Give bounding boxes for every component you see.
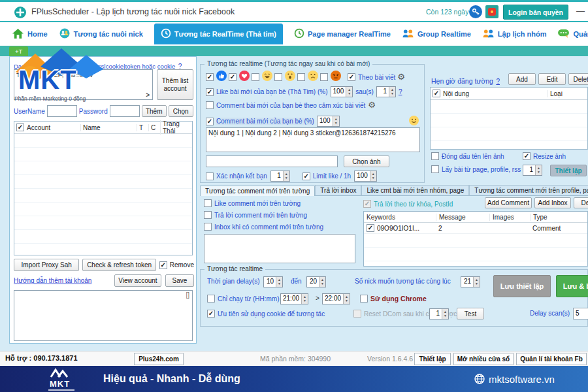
- key-icon[interactable]: [469, 5, 482, 18]
- reaction-haha-checkbox[interactable]: [252, 71, 272, 84]
- stamp-name-checkbox[interactable]: Đóng dấu tên lên ảnh: [431, 152, 504, 160]
- keywords-table-body[interactable]: [364, 234, 587, 266]
- token-expand-arrow[interactable]: >: [146, 91, 150, 99]
- like-help-link[interactable]: ?: [399, 88, 402, 95]
- confirm-friend-checkbox[interactable]: Xác nhận kết bạn: [206, 172, 267, 180]
- manage-fb-accounts-button[interactable]: Quản lí tài khoản Fb: [516, 353, 587, 365]
- view-account-button[interactable]: View account: [114, 274, 161, 287]
- reaction-wow-icon: [285, 71, 295, 84]
- like-comment-wall-checkbox[interactable]: Like comment mới trên tường: [204, 199, 301, 207]
- emoji-picker-icon[interactable]: [409, 116, 419, 128]
- tab-tuong-tac-realtime[interactable]: Tương tác RealTime (Thả tim): [154, 24, 283, 44]
- comment-percent-stepper[interactable]: 100▲▼: [317, 116, 340, 127]
- resize-image-checkbox[interactable]: ✓ Resize ảnh: [523, 152, 566, 160]
- status-setup-button[interactable]: Thiết lập: [414, 353, 451, 365]
- tab-group-realtime[interactable]: Group Realtime: [402, 29, 471, 40]
- tab-quan-li-inbox[interactable]: Quản lí Inbox C: [557, 29, 588, 40]
- comment-new-posts-checkbox[interactable]: ✓ Comment bài mới của bạn bè (%): [206, 118, 314, 125]
- reaction-angry-checkbox[interactable]: [320, 71, 341, 84]
- minimize-button[interactable]: —: [576, 6, 585, 16]
- add-comment-button[interactable]: Add Comment: [485, 197, 532, 208]
- limit-like-stepper[interactable]: 100▲▼: [354, 171, 377, 182]
- schedule-edit-button[interactable]: Edit: [538, 73, 566, 85]
- tab-lap-lich-nhom[interactable]: Lập lịch nhóm: [482, 29, 547, 40]
- get-posts-stepper[interactable]: 1▲▼: [523, 165, 542, 176]
- delay-scan-input[interactable]: 5: [573, 308, 588, 319]
- select-all-accounts-checkbox[interactable]: ✓: [16, 123, 24, 131]
- cookie-priority-checkbox[interactable]: ✓ Ưu tiên sử dụng cookie để tương tác: [207, 310, 325, 318]
- reaction-sad-checkbox[interactable]: [297, 71, 318, 84]
- save-and-start-button[interactable]: Lưu & bắt đầu: [556, 275, 588, 297]
- website-button[interactable]: Plus24h.com: [134, 353, 184, 365]
- comment-content-textarea[interactable]: Nội dung 1 | Nội dung 2 | Nội dung 3 sti…: [206, 127, 420, 152]
- token-input[interactable]: TFKv-Y2Nr_yEF; datr=oIRV >: [14, 69, 153, 100]
- confirm-friend-stepper[interactable]: 1▲▼: [270, 171, 290, 182]
- add-campaign-tab[interactable]: +T: [9, 46, 28, 56]
- ctab-like-cmt-nhom-page[interactable]: Like cmt bài mới trên nhóm, page: [361, 185, 469, 196]
- footer-website[interactable]: mktsoftware.vn: [489, 374, 555, 385]
- add-list-account-button[interactable]: Thêm list account: [157, 69, 193, 100]
- check-refresh-token-button[interactable]: Check & refresh token: [82, 259, 155, 271]
- save-button[interactable]: Save: [165, 274, 194, 287]
- run-to-stepper[interactable]: 22:00▲▼: [322, 293, 350, 304]
- remove-checkbox[interactable]: ✓ Remove: [159, 261, 194, 269]
- support-tool-icon[interactable]: [485, 5, 498, 18]
- nick-count-stepper[interactable]: 21▲▼: [461, 276, 480, 287]
- reply-comment-wall-checkbox[interactable]: Trả lời comment mới trên tường: [204, 211, 307, 219]
- keyword-reply-checkbox[interactable]: ✓ Trả lời theo từ khóa, PostId: [363, 200, 453, 208]
- ctab-comment-tuong[interactable]: Tương tác comment mới trên tường: [200, 186, 315, 196]
- choose-account-button[interactable]: Chọn: [169, 105, 193, 117]
- inbox-on-comment-checkbox[interactable]: Inbox khi có comment mới trên tường: [204, 223, 323, 231]
- gt-label: >: [316, 295, 319, 302]
- tab-page-manager-realtime[interactable]: Page manager RealTime: [294, 28, 391, 40]
- limit-like-checkbox[interactable]: ✓ Limit like / 1h: [302, 172, 351, 180]
- schedule-help-link[interactable]: ?: [496, 78, 500, 85]
- run-window-checkbox[interactable]: Chỉ chạy từ (HH:mm): [207, 295, 279, 302]
- delay-to-stepper[interactable]: 20▲▼: [306, 276, 326, 287]
- multi-window-button[interactable]: Mở nhiều cửa sổ: [453, 353, 514, 365]
- schedule-delete-button[interactable]: Delete: [568, 73, 588, 85]
- delete-keyword-button[interactable]: Delete: [574, 197, 588, 208]
- delay-from-stepper[interactable]: 10▲▼: [263, 276, 283, 287]
- username-input[interactable]: [47, 105, 77, 117]
- comment-by-emotion-checkbox[interactable]: Comment bài mới của bạn bè theo cảm xúc …: [206, 101, 365, 109]
- schedule-setup-button[interactable]: Thiết lập: [550, 165, 587, 176]
- add-inbox-button[interactable]: Add Inbox: [534, 197, 571, 208]
- app-window: FPlusScheduler - Lập lịch tương tác nuôi…: [0, 0, 588, 392]
- choose-image-button[interactable]: Chọn ảnh: [344, 155, 389, 167]
- image-path-input[interactable]: [206, 155, 338, 167]
- use-chrome-checkbox[interactable]: Sử dụng Chrome: [360, 295, 427, 302]
- like-new-posts-checkbox[interactable]: ✓ Like bài mới của bạn bè (Thả Tim) (%): [206, 88, 328, 96]
- comment-reply-textarea[interactable]: [204, 234, 355, 263]
- like-percent-stepper[interactable]: 100▲▼: [331, 86, 353, 97]
- reaction-like-checkbox[interactable]: ✓: [206, 71, 227, 84]
- reaction-love-checkbox[interactable]: ✓: [229, 71, 250, 84]
- follow-post-gear-icon[interactable]: ⚙: [397, 73, 405, 81]
- get-posts-checkbox[interactable]: Lấy bài từ page, profile, rss: [431, 165, 521, 173]
- after-seconds-stepper[interactable]: 1▲▼: [376, 86, 396, 97]
- import-proxy-button[interactable]: Import Proxy Sah: [14, 259, 79, 271]
- keyword-row[interactable]: ✓ 09O9O1IO1I... 2 Comment: [364, 223, 587, 234]
- schedule-add-button[interactable]: Add: [508, 73, 536, 85]
- keyword-row-checkbox[interactable]: ✓: [367, 224, 374, 232]
- schedule-select-all-checkbox[interactable]: ✓: [433, 90, 440, 97]
- password-input[interactable]: [110, 105, 140, 117]
- save-settings-button[interactable]: Lưu thiết lập: [493, 275, 551, 297]
- follow-post-checkbox[interactable]: ✓ Theo bài viết: [348, 73, 395, 81]
- tab-home[interactable]: Home: [12, 28, 48, 41]
- ctab-tra-loi-inbox[interactable]: Trả lời inbox: [315, 185, 361, 196]
- ctab-comment-profile-page-khac[interactable]: Tương tác comment mới trên profile, page…: [469, 185, 588, 196]
- settings-group-title: Tương tác realtime: [204, 265, 265, 272]
- add-account-guide-link[interactable]: Hướng dẫn thêm tài khoản: [14, 277, 110, 284]
- log-textarea[interactable]: []: [14, 290, 193, 341]
- accounts-table-body[interactable]: [14, 134, 192, 255]
- login-license-button[interactable]: Login bản quyền: [503, 5, 568, 20]
- comment-emotion-gear-icon[interactable]: ⚙: [368, 101, 376, 109]
- reaction-wow-checkbox[interactable]: [274, 71, 295, 84]
- schedule-table-body[interactable]: [431, 100, 587, 149]
- tab-tuong-tac-nuoi-nick[interactable]: Tương tác nuôi nick: [59, 28, 143, 40]
- reset-dcom-stepper[interactable]: 1▲▼: [429, 308, 449, 319]
- test-button[interactable]: Test: [457, 308, 484, 319]
- add-account-button[interactable]: Thêm: [142, 105, 167, 117]
- run-from-stepper[interactable]: 21:00▲▼: [280, 293, 308, 304]
